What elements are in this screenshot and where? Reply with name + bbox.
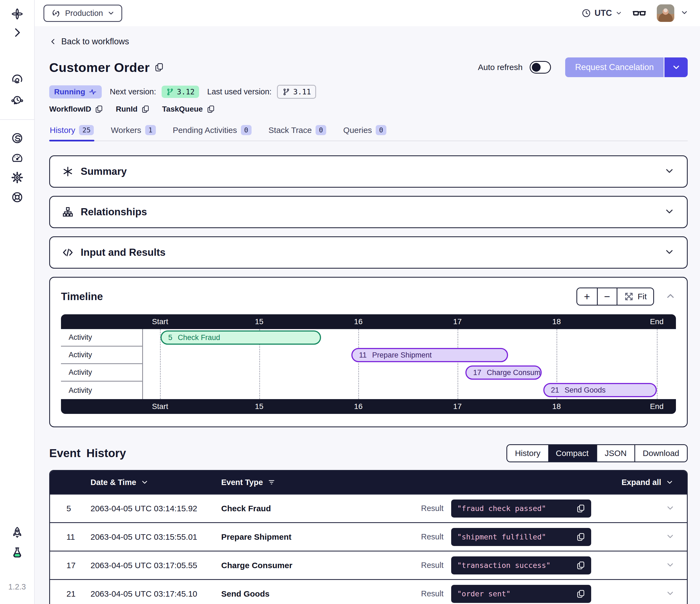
- timeline-chart: 5Check Fraud11Prepare Shipment17Charge C…: [143, 329, 676, 399]
- settings-gear-icon[interactable]: [11, 171, 24, 184]
- event-row-prepare-shipment[interactable]: 112063-04-05 UTC 03:15:55.01Prepare Ship…: [50, 522, 687, 551]
- chevron-down-icon: [672, 63, 681, 72]
- user-avatar[interactable]: [657, 4, 674, 22]
- zoom-in-button[interactable]: +: [577, 288, 597, 305]
- fit-button[interactable]: Fit: [617, 288, 653, 305]
- workflows-icon[interactable]: [11, 74, 24, 87]
- timeline-gridline: [358, 329, 359, 399]
- event-id: 21: [50, 589, 91, 599]
- expand-row-chevron-icon[interactable]: [666, 503, 687, 514]
- zoom-out-button[interactable]: −: [597, 288, 617, 305]
- view-button-history[interactable]: History: [507, 445, 548, 461]
- request-cancelation-button[interactable]: Request Cancelation: [565, 57, 688, 77]
- code-icon: [62, 247, 74, 258]
- expand-arrows-icon: [624, 292, 634, 301]
- labs-flask-icon[interactable]: [11, 546, 24, 559]
- support-lifering-icon[interactable]: [11, 191, 24, 203]
- workflow-id-item: WorkflowID: [49, 105, 103, 114]
- event-type: Check Fraud: [221, 504, 411, 513]
- expand-row-chevron-icon[interactable]: [666, 532, 687, 542]
- copy-icon[interactable]: [141, 105, 150, 113]
- activity-bar-send-goods[interactable]: 21Send Goods: [543, 383, 657, 397]
- event-id: 5: [50, 504, 91, 513]
- tab-label: Workers: [111, 125, 141, 135]
- copy-icon[interactable]: [576, 504, 585, 513]
- copy-icon[interactable]: [207, 105, 215, 113]
- result-label: Result: [421, 504, 444, 513]
- event-row-send-goods[interactable]: 212063-04-05 UTC 03:17:45.10Send GoodsRe…: [50, 579, 687, 604]
- result-pill: "fraud check passed": [451, 500, 591, 517]
- timezone-selector[interactable]: UTC: [581, 8, 622, 18]
- expand-all-button[interactable]: Expand all: [622, 478, 687, 487]
- input-results-section[interactable]: Input and Results: [49, 236, 688, 269]
- datetime-header-label: Date & Time: [91, 478, 136, 487]
- back-label: Back to workflows: [61, 37, 129, 47]
- namespace-switch-icon: [51, 8, 61, 18]
- activity-bar-check-fraud[interactable]: 5Check Fraud: [160, 331, 321, 345]
- bar-event-id: 5: [168, 334, 172, 342]
- nerd-glasses-icon[interactable]: [632, 6, 646, 20]
- axis-tick-label: Start: [152, 402, 168, 411]
- activity-bar-charge-consumer[interactable]: 17Charge Consumer: [466, 365, 542, 380]
- event-history-view-switcher: HistoryCompactJSONDownload: [506, 444, 688, 462]
- column-datetime[interactable]: Date & Time: [91, 478, 221, 487]
- chevron-down-icon[interactable]: [664, 166, 675, 177]
- account-menu-chevron-icon[interactable]: [680, 8, 689, 18]
- tab-queries[interactable]: Queries0: [343, 123, 387, 141]
- tab-pending-activities[interactable]: Pending Activities0: [172, 123, 252, 141]
- schedules-icon[interactable]: [11, 94, 24, 107]
- auto-refresh-toggle[interactable]: [530, 61, 551, 74]
- sidebar-divider: [0, 119, 34, 120]
- namespace-selector[interactable]: Production: [44, 5, 122, 22]
- toggle-knob: [532, 63, 541, 72]
- collapse-timeline-icon[interactable]: [665, 291, 676, 303]
- request-cancelation-label[interactable]: Request Cancelation: [565, 57, 664, 77]
- result-value: "order sent": [457, 589, 510, 598]
- auto-refresh-label: Auto refresh: [478, 63, 523, 72]
- event-row-charge-consumer[interactable]: 172063-04-05 UTC 03:17:05.55Charge Consu…: [50, 551, 687, 579]
- chevron-down-icon[interactable]: [664, 246, 675, 259]
- relationships-section[interactable]: Relationships: [49, 196, 688, 228]
- bar-label: Check Fraud: [178, 334, 220, 342]
- tab-workers[interactable]: Workers1: [110, 123, 156, 141]
- view-button-json[interactable]: JSON: [596, 445, 634, 461]
- expand-all-label: Expand all: [622, 478, 661, 487]
- result-pill: "order sent": [451, 585, 591, 603]
- chevron-down-icon: [141, 478, 149, 486]
- view-button-compact[interactable]: Compact: [548, 445, 596, 461]
- org-chart-icon: [62, 206, 74, 218]
- axis-tick-label: 15: [255, 317, 263, 326]
- chevron-left-icon: [49, 38, 57, 45]
- namespaces-icon[interactable]: [11, 132, 24, 144]
- chevron-down-icon[interactable]: [664, 206, 675, 218]
- axis-tick-label: Start: [152, 317, 168, 326]
- result-label: Result: [421, 561, 444, 570]
- axis-tick-label: 16: [354, 317, 362, 326]
- request-cancelation-menu[interactable]: [664, 57, 688, 77]
- section-title: Relationships: [81, 206, 147, 218]
- back-to-workflows-link[interactable]: Back to workflows: [49, 37, 129, 47]
- id-label: RunId: [116, 105, 137, 114]
- workflow-id-item: RunId: [116, 105, 149, 114]
- copy-icon[interactable]: [576, 589, 585, 598]
- workflow-ids-row: WorkflowIDRunIdTaskQueue: [49, 105, 688, 114]
- expand-row-chevron-icon[interactable]: [666, 560, 687, 571]
- copy-title-icon[interactable]: [154, 63, 164, 72]
- whats-new-rocket-icon[interactable]: [11, 526, 24, 539]
- sidebar-expand-icon[interactable]: [11, 26, 24, 39]
- usage-gauge-icon[interactable]: [11, 151, 24, 164]
- expand-row-chevron-icon[interactable]: [666, 589, 687, 599]
- event-row-check-fraud[interactable]: 52063-04-05 UTC 03:14:15.92Check FraudRe…: [50, 494, 687, 522]
- event-history-title: Event History: [49, 447, 126, 460]
- app-version: 1.2.3: [8, 582, 26, 591]
- result-label: Result: [421, 589, 444, 598]
- copy-icon[interactable]: [95, 105, 103, 113]
- copy-icon[interactable]: [576, 533, 585, 541]
- summary-section[interactable]: Summary: [49, 155, 688, 188]
- copy-icon[interactable]: [576, 561, 585, 570]
- column-event-type[interactable]: Event Type: [221, 478, 411, 487]
- activity-bar-prepare-shipment[interactable]: 11Prepare Shipment: [351, 348, 508, 362]
- tab-stack-trace[interactable]: Stack Trace0: [268, 123, 327, 141]
- tab-history[interactable]: History25: [49, 123, 94, 141]
- view-button-download[interactable]: Download: [634, 445, 687, 461]
